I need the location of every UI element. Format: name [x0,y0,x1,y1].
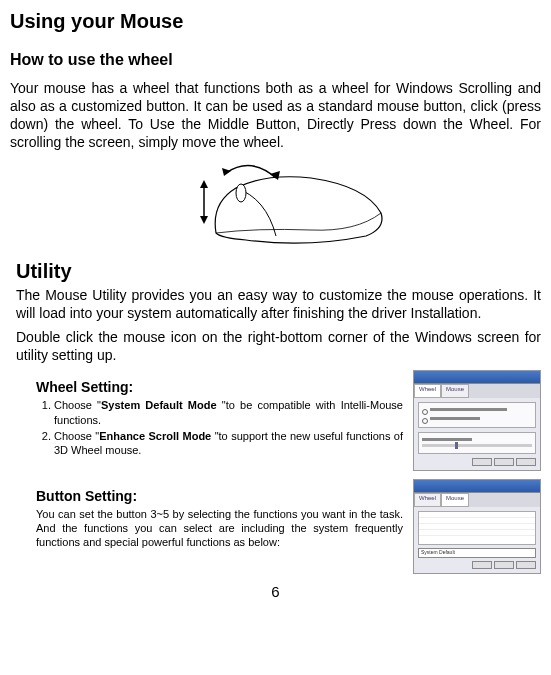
utility-heading: Utility [16,258,541,284]
wheel-setting-item-1: Choose "System Default Mode "to be compa… [54,398,403,427]
utility-paragraph-1: The Mouse Utility provides you an easy w… [16,286,541,322]
thumb2-tab-wheel: Wheel [414,493,441,507]
wheel-setting-list: Choose "System Default Mode "to be compa… [36,398,403,457]
wheel-heading: How to use the wheel [10,50,541,71]
page-title: Using your Mouse [10,8,541,34]
wheel-setting-item-2: Choose "Enhance Scroll Mode "to support … [54,429,403,458]
svg-marker-3 [200,216,208,224]
wheel-setting-heading: Wheel Setting: [36,378,403,396]
mouse-diagram [10,158,541,248]
svg-marker-4 [222,168,231,176]
page-number: 6 [10,582,541,602]
button-setting-paragraph: You can set the button 3~5 by selecting … [36,507,403,550]
button-setting-screenshot: Wheel Mouse System Default [413,479,541,574]
svg-point-0 [236,184,246,202]
thumb1-tab-mouse: Mouse [441,384,469,398]
wheel-paragraph: Your mouse has a wheel that functions bo… [10,79,541,152]
thumb1-tab-wheel: Wheel [414,384,441,398]
button-setting-heading: Button Setting: [36,487,403,505]
utility-paragraph-2: Double click the mouse icon on the right… [16,328,541,364]
svg-marker-2 [200,180,208,188]
thumb2-tab-mouse: Mouse [441,493,469,507]
thumb2-dropdown: System Default [418,548,536,558]
wheel-setting-screenshot: Wheel Mouse [413,370,541,470]
